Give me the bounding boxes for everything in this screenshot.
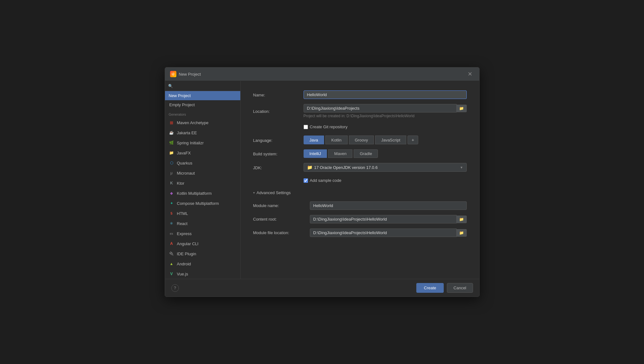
sidebar-item-compose-multiplatform[interactable]: ✦ Compose Multiplatform: [165, 198, 240, 208]
sidebar-item-html[interactable]: 5 HTML: [165, 208, 240, 218]
content-root-browse-button[interactable]: 📁: [457, 216, 467, 223]
sidebar-item-ktor[interactable]: K Ktor: [165, 178, 240, 188]
advanced-settings-label: Advanced Settings: [257, 190, 291, 195]
add-sample-checkbox[interactable]: [304, 178, 308, 183]
app-icon: IJ: [170, 71, 176, 77]
search-bar[interactable]: [165, 81, 240, 91]
name-label: Name:: [253, 92, 304, 97]
advanced-section: Module name: Content root: 📁 Module file: [253, 201, 467, 237]
build-intellij-button[interactable]: IntelliJ: [304, 149, 327, 158]
build-system-control: IntelliJ Maven Gradle: [304, 149, 467, 158]
android-icon: ▲: [169, 261, 174, 267]
sidebar-item-label: Ktor: [177, 181, 185, 186]
sidebar-item-micronaut[interactable]: μ Micronaut: [165, 168, 240, 178]
browse-button[interactable]: 📁: [457, 105, 467, 112]
javafx-icon: 📁: [169, 150, 174, 156]
git-repo-checkbox[interactable]: [304, 125, 308, 129]
spring-icon: 🌿: [169, 140, 174, 146]
create-button[interactable]: Create: [416, 283, 444, 293]
sidebar-item-express[interactable]: ex Express: [165, 228, 240, 239]
location-control: 📁 Project will be created in: D:\DingJia…: [304, 104, 467, 118]
sidebar-item-javafx[interactable]: 📁 JavaFX: [165, 148, 240, 158]
sidebar-item-maven-archetype[interactable]: ▦ Maven Archetype: [165, 118, 240, 128]
sidebar-item-spring-initializr[interactable]: 🌿 Spring Initializr: [165, 138, 240, 148]
sidebar-item-quarkus[interactable]: ⬡ Quarkus: [165, 158, 240, 168]
git-checkbox-row: Create Git repository: [304, 124, 467, 129]
content-root-input[interactable]: [310, 215, 457, 223]
vue-icon: V: [169, 271, 174, 277]
lang-java-button[interactable]: Java: [304, 136, 324, 144]
jdk-icon: 📁: [307, 165, 312, 170]
language-row: Language: Java Kotlin Groovy JavaScript …: [253, 136, 467, 144]
location-input[interactable]: [304, 104, 457, 113]
language-button-group: Java Kotlin Groovy JavaScript +: [304, 136, 467, 144]
location-input-row: 📁: [304, 104, 467, 113]
generators-label: Generators: [165, 109, 240, 118]
language-control: Java Kotlin Groovy JavaScript +: [304, 136, 467, 144]
add-language-button[interactable]: +: [407, 136, 418, 144]
module-file-input[interactable]: [310, 228, 457, 237]
sidebar-item-react[interactable]: ⚛ React: [165, 218, 240, 228]
sidebar-item-label: New Project: [169, 93, 191, 98]
sidebar-item-jakarta-ee[interactable]: ☕ Jakarta EE: [165, 128, 240, 138]
git-repo-label[interactable]: Create Git repository: [310, 124, 348, 129]
micronaut-icon: μ: [169, 170, 174, 176]
sidebar-item-angular-cli[interactable]: A Angular CLI: [165, 239, 240, 249]
sample-code-row: Add sample code: [253, 177, 467, 183]
jdk-control: 📁 17 Oracle OpenJDK version 17.0.6 ▼: [304, 163, 467, 172]
search-input[interactable]: [168, 84, 237, 88]
sidebar-item-label: Android: [177, 262, 191, 266]
jakarta-icon: ☕: [169, 130, 174, 136]
compose-icon: ✦: [169, 200, 174, 206]
language-label: Language:: [253, 137, 304, 143]
content-root-control: 📁: [310, 215, 467, 223]
footer: ? Create Cancel: [165, 279, 479, 297]
build-maven-button[interactable]: Maven: [328, 149, 352, 158]
sidebar-item-label: Jakarta EE: [177, 130, 197, 135]
git-label-spacer: [253, 126, 304, 127]
module-file-browse-button[interactable]: 📁: [457, 229, 467, 237]
sidebar-item-label: IDE Plugin: [177, 251, 196, 256]
module-name-input[interactable]: [310, 201, 467, 210]
location-row: Location: 📁 Project will be created in: …: [253, 104, 467, 118]
angular-icon: A: [169, 241, 174, 246]
sidebar-item-label: Vue.js: [177, 272, 188, 276]
jdk-row: JDK: 📁 17 Oracle OpenJDK version 17.0.6 …: [253, 163, 467, 172]
advanced-settings-toggle[interactable]: ▾ Advanced Settings: [253, 190, 467, 195]
footer-actions: Create Cancel: [416, 283, 473, 293]
close-button[interactable]: ✕: [466, 71, 474, 78]
name-input[interactable]: [304, 90, 467, 99]
lang-groovy-button[interactable]: Groovy: [349, 136, 374, 144]
jdk-value: 17 Oracle OpenJDK version 17.0.6: [314, 165, 458, 170]
module-file-label: Module file location:: [253, 230, 310, 235]
module-name-control: [310, 201, 467, 210]
sidebar-item-new-project[interactable]: New Project: [165, 91, 240, 100]
lang-javascript-button[interactable]: JavaScript: [375, 136, 406, 144]
sidebar-item-vue-js[interactable]: V Vue.js: [165, 269, 240, 279]
sidebar-item-kotlin-multiplatform[interactable]: ◆ Kotlin Multiplatform: [165, 188, 240, 198]
chevron-down-icon: ▼: [460, 166, 463, 169]
new-project-dialog: IJ New Project ✕ New Project Empty Proje…: [165, 67, 480, 297]
title-bar-left: IJ New Project: [170, 71, 201, 77]
sidebar-item-label: Angular CLI: [177, 241, 199, 246]
cancel-button[interactable]: Cancel: [447, 283, 473, 293]
content-root-label: Content root:: [253, 217, 310, 222]
title-bar: IJ New Project ✕: [165, 67, 479, 81]
sample-checkbox-row: Add sample code: [304, 178, 467, 183]
build-system-label: Build system:: [253, 151, 304, 156]
help-button[interactable]: ?: [171, 284, 179, 292]
dialog-content: New Project Empty Project Generators ▦ M…: [165, 81, 479, 279]
name-control: [304, 90, 467, 99]
sidebar-item-android[interactable]: ▲ Android: [165, 259, 240, 269]
jdk-dropdown[interactable]: 📁 17 Oracle OpenJDK version 17.0.6 ▼: [304, 163, 467, 172]
name-row: Name:: [253, 90, 467, 99]
html-icon: 5: [169, 211, 174, 216]
lang-kotlin-button[interactable]: Kotlin: [325, 136, 348, 144]
sidebar-item-ide-plugin[interactable]: 🔌 IDE Plugin: [165, 249, 240, 259]
sidebar-item-label: Quarkus: [177, 161, 192, 165]
build-gradle-button[interactable]: Gradle: [354, 149, 378, 158]
module-file-row: Module file location: 📁: [253, 228, 467, 237]
sidebar-item-empty-project[interactable]: Empty Project: [165, 100, 240, 109]
add-sample-label[interactable]: Add sample code: [310, 178, 341, 183]
sidebar-item-label: HTML: [177, 211, 188, 216]
